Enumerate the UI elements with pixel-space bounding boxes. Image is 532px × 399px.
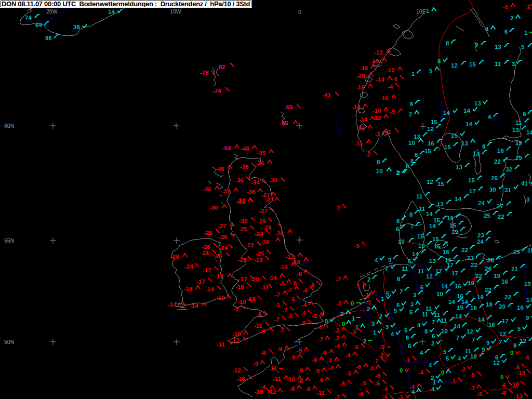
svg-text:13: 13 xyxy=(437,201,444,207)
svg-text:-28: -28 xyxy=(204,230,212,236)
svg-text:-10: -10 xyxy=(286,376,295,382)
svg-text:9: 9 xyxy=(526,315,529,321)
svg-text:0: 0 xyxy=(510,350,513,356)
svg-text:-12: -12 xyxy=(374,49,383,56)
svg-text:20: 20 xyxy=(499,303,506,310)
svg-text:2: 2 xyxy=(409,111,412,117)
svg-text:-14: -14 xyxy=(279,264,288,270)
svg-text:15: 15 xyxy=(468,177,475,183)
svg-text:22: 22 xyxy=(471,262,477,268)
svg-text:-39: -39 xyxy=(257,150,266,156)
svg-text:-10: -10 xyxy=(510,381,519,388)
svg-text:-17: -17 xyxy=(215,273,223,280)
svg-text:15: 15 xyxy=(469,61,476,68)
svg-text:4: 4 xyxy=(488,114,491,120)
svg-text:-14: -14 xyxy=(376,76,384,83)
svg-text:1: 1 xyxy=(433,379,436,385)
svg-text:-24: -24 xyxy=(219,245,228,251)
svg-text:18: 18 xyxy=(486,301,493,308)
svg-text:-6: -6 xyxy=(356,364,361,370)
svg-text:-26: -26 xyxy=(202,244,210,250)
svg-text:-11: -11 xyxy=(354,140,363,147)
svg-text:-25: -25 xyxy=(256,250,264,257)
svg-text:-9: -9 xyxy=(305,386,310,392)
svg-text:-14: -14 xyxy=(268,275,277,281)
svg-text:-10: -10 xyxy=(373,108,381,114)
svg-text:0: 0 xyxy=(298,9,301,15)
svg-text:-34: -34 xyxy=(251,179,260,185)
svg-text:19: 19 xyxy=(468,280,474,286)
svg-text:-3: -3 xyxy=(351,329,356,335)
svg-text:2: 2 xyxy=(397,170,400,176)
svg-text:10: 10 xyxy=(418,243,425,249)
svg-text:-30: -30 xyxy=(269,177,277,183)
svg-text:-36: -36 xyxy=(247,189,256,195)
svg-text:-36: -36 xyxy=(235,177,244,183)
svg-text:-24: -24 xyxy=(184,263,193,270)
svg-text:-54: -54 xyxy=(222,145,231,151)
svg-text:-2: -2 xyxy=(312,313,317,319)
svg-text:8: 8 xyxy=(409,211,413,218)
svg-text:16: 16 xyxy=(497,148,504,154)
svg-text:13: 13 xyxy=(414,134,420,140)
svg-text:30: 30 xyxy=(489,187,496,193)
svg-text:19: 19 xyxy=(447,215,454,221)
svg-text:16: 16 xyxy=(488,322,495,328)
svg-text:-7: -7 xyxy=(275,291,280,298)
svg-text:7: 7 xyxy=(472,337,475,343)
svg-text:-3: -3 xyxy=(379,344,384,350)
svg-text:-7: -7 xyxy=(274,316,280,323)
svg-text:-10: -10 xyxy=(216,295,225,301)
svg-text:-5: -5 xyxy=(503,4,509,10)
svg-text:4: 4 xyxy=(411,389,415,395)
svg-text:-6: -6 xyxy=(290,296,295,302)
svg-text:-8: -8 xyxy=(298,378,303,384)
svg-text:13: 13 xyxy=(461,140,468,147)
svg-text:12: 12 xyxy=(451,62,458,69)
svg-text:-4: -4 xyxy=(335,343,340,349)
svg-text:15: 15 xyxy=(417,233,424,240)
svg-text:-41: -41 xyxy=(322,92,331,98)
svg-text:-17: -17 xyxy=(203,267,211,273)
svg-text:60N: 60N xyxy=(4,123,14,129)
svg-text:-9: -9 xyxy=(314,368,320,374)
svg-text:-26: -26 xyxy=(261,239,270,245)
svg-text:6: 6 xyxy=(410,101,413,107)
svg-text:-9: -9 xyxy=(318,377,323,383)
svg-text:-14: -14 xyxy=(205,286,214,292)
svg-text:-15: -15 xyxy=(360,65,368,71)
svg-text:7: 7 xyxy=(385,265,388,272)
svg-text:4: 4 xyxy=(375,257,378,263)
svg-text:3: 3 xyxy=(410,301,414,308)
svg-text:-8: -8 xyxy=(300,320,306,326)
svg-text:-1: -1 xyxy=(275,302,281,308)
svg-text:12: 12 xyxy=(427,179,433,185)
svg-text:-1: -1 xyxy=(366,299,372,305)
svg-text:3: 3 xyxy=(413,292,416,298)
svg-text:3: 3 xyxy=(385,324,389,330)
svg-text:-3: -3 xyxy=(336,300,341,307)
svg-text:18: 18 xyxy=(470,305,477,311)
svg-text:5: 5 xyxy=(394,308,397,314)
svg-text:-1: -1 xyxy=(386,129,392,135)
svg-text:11: 11 xyxy=(416,193,423,200)
svg-text:23: 23 xyxy=(467,255,474,261)
svg-text:10W: 10W xyxy=(170,8,181,15)
svg-text:-8: -8 xyxy=(309,282,315,288)
svg-text:-20: -20 xyxy=(275,230,284,236)
svg-text:-36: -36 xyxy=(240,164,249,170)
svg-text:5: 5 xyxy=(409,309,413,315)
svg-text:5: 5 xyxy=(408,258,411,264)
svg-text:-5: -5 xyxy=(280,281,285,287)
svg-text:-16: -16 xyxy=(236,376,245,382)
svg-text:-7: -7 xyxy=(470,385,475,391)
svg-text:-6: -6 xyxy=(340,380,345,387)
svg-text:12: 12 xyxy=(467,328,473,335)
svg-text:-14: -14 xyxy=(190,303,198,309)
svg-text:-30: -30 xyxy=(239,218,248,224)
svg-text:64: 64 xyxy=(35,22,42,28)
svg-text:3: 3 xyxy=(512,61,515,67)
svg-text:-6: -6 xyxy=(302,287,308,294)
svg-text:3: 3 xyxy=(371,321,375,327)
svg-text:13: 13 xyxy=(429,258,436,264)
